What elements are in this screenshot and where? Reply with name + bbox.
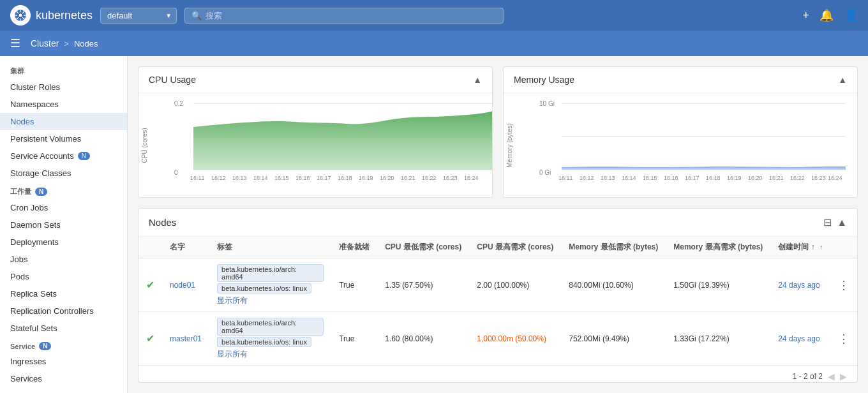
master01-cpu-max-value: 1,000.00m (50.00%) <box>477 334 546 343</box>
nav-icons: + 🔔 👤 <box>802 8 858 22</box>
sidebar-item-cluster-roles[interactable]: Cluster Roles <box>0 78 127 96</box>
breadcrumb-bar: ☰ Cluster > Nodes <box>0 31 868 56</box>
svg-text:16:16: 16:16 <box>664 175 678 181</box>
svg-text:16:17: 16:17 <box>685 175 700 181</box>
svg-text:16:11: 16:11 <box>190 175 205 181</box>
sidebar-item-deployments[interactable]: Deployments <box>0 234 127 251</box>
prev-page-btn[interactable]: ◀ <box>828 371 835 382</box>
node01-created-link[interactable]: 24 days ago <box>778 281 819 290</box>
node01-link[interactable]: node01 <box>170 281 195 290</box>
cpu-chart-title: CPU Usage <box>149 75 196 85</box>
status-icon-master01: ✔ <box>146 333 154 344</box>
bell-icon[interactable]: 🔔 <box>819 8 834 22</box>
collapse-table-icon[interactable]: ▲ <box>837 217 847 228</box>
add-icon[interactable]: + <box>802 9 809 22</box>
namespace-selector[interactable]: default ▼ <box>100 8 177 24</box>
node01-mem-max: 1.50Gi (19.39%) <box>666 258 770 312</box>
sidebar-item-pods[interactable]: Pods <box>0 268 127 285</box>
search-input[interactable] <box>206 11 497 20</box>
master01-created: 24 days ago <box>770 312 830 366</box>
node01-more-btn[interactable]: ⋮ <box>838 279 849 292</box>
svg-text:10 Gi: 10 Gi <box>539 100 555 107</box>
user-icon[interactable]: 👤 <box>844 8 858 22</box>
svg-text:16:16: 16:16 <box>296 175 310 181</box>
node01-cpu-min: 1.35 (67.50%) <box>377 258 469 312</box>
col-actions <box>830 237 857 258</box>
svg-text:16:21: 16:21 <box>401 175 415 181</box>
next-page-btn[interactable]: ▶ <box>840 371 847 382</box>
table-row: ✔ master01 beta.kubernetes.io/arch: amd6… <box>138 312 857 366</box>
cpu-chart-svg: 0.2 0 <box>174 98 482 189</box>
service-badge: N <box>39 342 51 350</box>
master01-cpu-max: 1,000.00m (50.00%) <box>469 312 561 366</box>
row-status-node01: ✔ <box>138 258 162 312</box>
filter-icon[interactable]: ⊟ <box>823 216 832 228</box>
node01-more: ⋮ <box>830 258 857 312</box>
sidebar-item-stateful-sets[interactable]: Stateful Sets <box>0 320 127 337</box>
sidebar-item-service-accounts[interactable]: Service Accounts N <box>0 147 127 165</box>
svg-text:0.2: 0.2 <box>174 100 183 107</box>
pagination-info: 1 - 2 of 2 <box>793 372 823 381</box>
svg-text:16:18: 16:18 <box>706 175 721 181</box>
row-status-master01: ✔ <box>138 312 162 366</box>
master01-tag1: beta.kubernetes.io/arch: amd64 <box>217 318 324 336</box>
sidebar-item-persistent-volumes[interactable]: Persistent Volumes <box>0 130 127 147</box>
status-icon-node01: ✔ <box>146 279 154 290</box>
svg-text:0 Gi: 0 Gi <box>539 169 551 176</box>
namespace-select[interactable]: default <box>100 8 177 24</box>
charts-row: CPU Usage ▲ CPU (cores) 0.2 0 <box>138 66 858 198</box>
breadcrumb-current: Nodes <box>74 39 98 48</box>
top-nav: kubernetes default ▼ 🔍 + 🔔 👤 <box>0 0 868 31</box>
main-layout: 集群 Cluster Roles Namespaces Nodes Persis… <box>0 56 868 393</box>
node01-ready: True <box>331 258 377 312</box>
svg-text:16:24: 16:24 <box>464 175 479 181</box>
sidebar-item-nodes[interactable]: Nodes <box>0 113 127 130</box>
nodes-table: 名字 标签 准备就绪 CPU 最低需求 (cores) CPU 最高需求 (co <box>138 237 857 366</box>
col-mem-min: Memory 最低需求 (bytes) <box>561 237 666 258</box>
master01-tags: beta.kubernetes.io/arch: amd64 beta.kube… <box>209 312 331 366</box>
search-box[interactable]: 🔍 <box>184 8 504 24</box>
master01-show-all[interactable]: 显示所有 <box>217 349 324 360</box>
svg-point-1 <box>19 14 22 17</box>
svg-text:16:14: 16:14 <box>253 175 268 181</box>
sidebar-item-storage-classes[interactable]: Storage Classes <box>0 165 127 182</box>
cpu-chart-collapse-icon[interactable]: ▲ <box>473 75 482 85</box>
node01-show-all[interactable]: 显示所有 <box>217 295 324 306</box>
menu-icon[interactable]: ☰ <box>10 36 20 50</box>
breadcrumb-cluster[interactable]: Cluster <box>31 38 59 48</box>
workload-badge: N <box>35 188 47 196</box>
svg-text:16:12: 16:12 <box>211 175 226 181</box>
logo-text: kubernetes <box>36 9 93 22</box>
svg-text:16:22: 16:22 <box>790 175 805 181</box>
service-accounts-badge: N <box>78 152 90 160</box>
col-check <box>138 237 162 258</box>
master01-link[interactable]: master01 <box>170 334 202 343</box>
sidebar-section-workload: 工作量 N <box>0 182 127 199</box>
cpu-y-label: CPU (cores) <box>141 128 148 163</box>
pagination: 1 - 2 of 2 ◀ ▶ <box>138 366 857 383</box>
content-area: CPU Usage ▲ CPU (cores) 0.2 0 <box>128 56 868 393</box>
master01-more: ⋮ <box>830 312 857 366</box>
kubernetes-logo <box>10 5 31 26</box>
svg-text:16:20: 16:20 <box>380 175 394 181</box>
sidebar-item-replication-controllers[interactable]: Replication Controllers <box>0 302 127 320</box>
col-name[interactable]: 名字 <box>162 237 209 258</box>
node01-name: node01 <box>162 258 209 312</box>
col-ready: 准备就绪 <box>331 237 377 258</box>
node01-tag2: beta.kubernetes.io/os: linux <box>217 283 311 293</box>
sidebar-item-services[interactable]: Services <box>0 370 127 387</box>
master01-more-btn[interactable]: ⋮ <box>838 332 849 345</box>
master01-created-link[interactable]: 24 days ago <box>778 334 819 343</box>
sidebar-item-daemon-sets[interactable]: Daemon Sets <box>0 216 127 234</box>
col-created[interactable]: 创建时间 ↑ ↑ <box>770 237 830 258</box>
sidebar-item-ingresses[interactable]: Ingresses <box>0 353 127 370</box>
svg-text:16:17: 16:17 <box>317 175 331 181</box>
sidebar-item-jobs[interactable]: Jobs <box>0 251 127 268</box>
sidebar-item-cron-jobs[interactable]: Cron Jobs <box>0 199 127 216</box>
sidebar-item-namespaces[interactable]: Namespaces <box>0 96 127 113</box>
breadcrumb-separator: > <box>64 39 69 48</box>
svg-text:16:19: 16:19 <box>727 175 742 181</box>
sidebar-item-replica-sets[interactable]: Replica Sets <box>0 285 127 302</box>
svg-text:16:13: 16:13 <box>601 175 615 181</box>
memory-chart-collapse-icon[interactable]: ▲ <box>838 75 847 85</box>
